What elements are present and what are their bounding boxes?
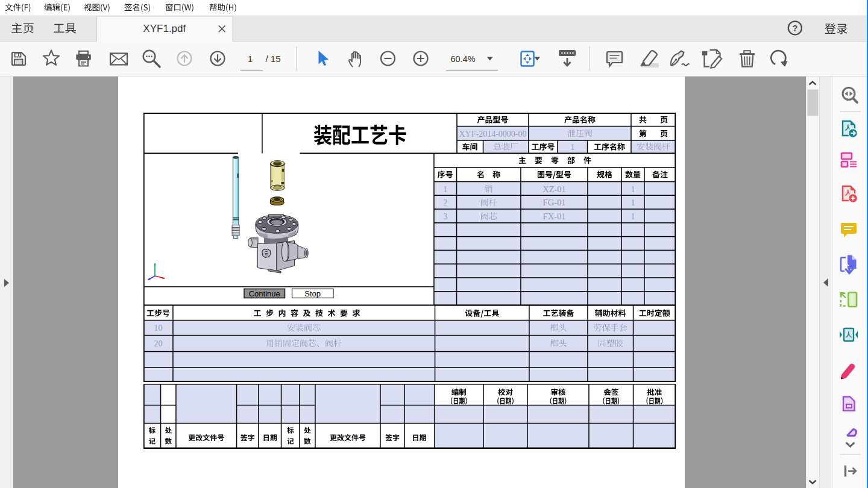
svg-text:XZ-01: XZ-01 [542, 184, 566, 194]
svg-text:10: 10 [154, 324, 163, 333]
svg-text:/ 15: / 15 [265, 54, 280, 64]
svg-text:FG-01: FG-01 [543, 198, 566, 207]
svg-text:1: 1 [631, 198, 635, 207]
svg-text:FX-01: FX-01 [543, 211, 566, 221]
svg-text:1: 1 [631, 212, 635, 221]
svg-text:1: 1 [631, 185, 635, 194]
svg-text:3: 3 [443, 212, 447, 221]
svg-text:1: 1 [248, 54, 253, 64]
svg-text:20: 20 [154, 339, 163, 348]
svg-text:XYF-2014-0000-00: XYF-2014-0000-00 [459, 130, 527, 139]
svg-text:2: 2 [443, 198, 447, 207]
svg-text:?: ? [792, 23, 797, 33]
svg-text:60.4%: 60.4% [450, 54, 475, 64]
svg-text:XYF1.pdf: XYF1.pdf [143, 23, 186, 34]
svg-text:1: 1 [571, 143, 575, 152]
svg-text:Stop: Stop [304, 289, 321, 298]
svg-text:Continue: Continue [249, 289, 280, 298]
svg-text:1: 1 [443, 185, 447, 194]
